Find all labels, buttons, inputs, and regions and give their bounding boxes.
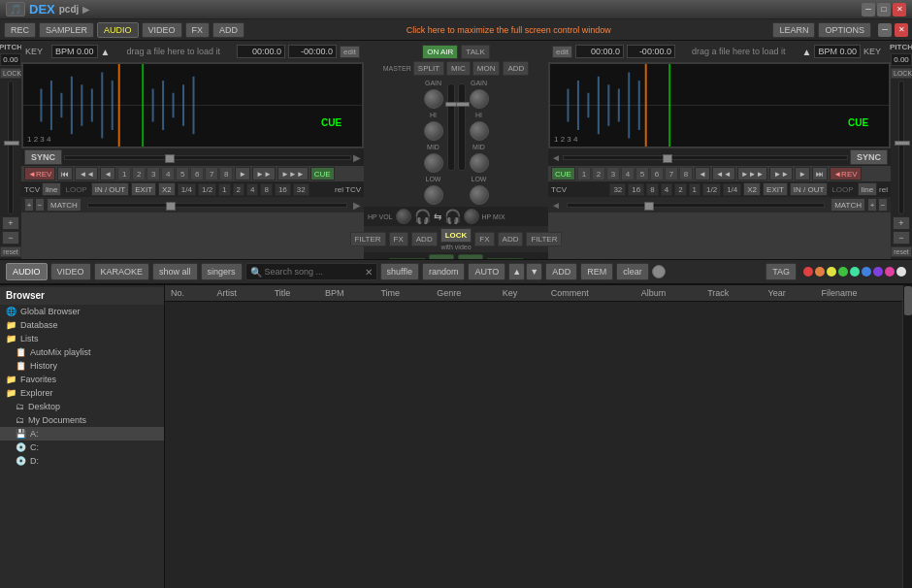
- maximize-button[interactable]: □: [877, 3, 891, 16]
- browser-explorer[interactable]: 📁 Explorer: [0, 386, 164, 400]
- video-button[interactable]: VIDEO: [142, 22, 182, 38]
- left-reset-button[interactable]: reset: [0, 246, 21, 257]
- audio-tab[interactable]: AUDIO: [6, 263, 48, 280]
- left-vol-handle[interactable]: [166, 202, 176, 211]
- left-loop-8[interactable]: 8: [260, 183, 272, 196]
- tag-dot-green[interactable]: [838, 267, 848, 277]
- low-knob-left[interactable]: [424, 185, 443, 205]
- right-match-minus[interactable]: −: [878, 198, 888, 212]
- right-loop-14[interactable]: 1/4: [723, 183, 741, 196]
- right-loop-32[interactable]: 32: [609, 183, 626, 196]
- left-arrow-right[interactable]: ▶: [353, 200, 361, 211]
- col-artist[interactable]: Artist: [211, 285, 268, 302]
- right-match-plus[interactable]: +: [867, 198, 877, 212]
- right-cue-transport[interactable]: CUE: [551, 167, 575, 180]
- right-sync-fader[interactable]: [563, 155, 848, 160]
- left-sync-handle[interactable]: [165, 154, 175, 163]
- left-in-out-button[interactable]: IN / OUT: [91, 182, 130, 196]
- scrollbar-thumb[interactable]: [904, 286, 912, 315]
- left-loop-14[interactable]: 1/4: [178, 183, 196, 196]
- col-title[interactable]: Title: [269, 285, 319, 302]
- right-fx-button[interactable]: FX: [474, 232, 494, 246]
- mon-button[interactable]: MON: [472, 61, 501, 76]
- left-x2-button[interactable]: X2: [158, 182, 176, 196]
- clear-button[interactable]: clear: [616, 263, 649, 280]
- right-loop-2[interactable]: 2: [674, 183, 686, 196]
- rec-button[interactable]: REC: [4, 22, 36, 38]
- left-loop-32[interactable]: 32: [293, 183, 309, 196]
- hp-vol-knob[interactable]: [396, 209, 411, 224]
- tag-dot-purple[interactable]: [873, 267, 883, 277]
- left-pitch-slider[interactable]: [8, 81, 14, 214]
- right-ch-handle[interactable]: [456, 102, 470, 107]
- tag-dot-red[interactable]: [803, 267, 813, 277]
- auto-button[interactable]: AUTO: [468, 263, 505, 280]
- right-ffd-button[interactable]: ►►: [769, 167, 793, 180]
- left-sync-button[interactable]: SYNC: [24, 149, 62, 165]
- audio-button[interactable]: AUDIO: [97, 22, 139, 38]
- tag-dot-orange[interactable]: [815, 267, 825, 277]
- browser-drive-a[interactable]: 💾 A:: [0, 427, 164, 441]
- left-match-button[interactable]: MATCH: [47, 198, 81, 212]
- left-hcue-1[interactable]: 1: [117, 167, 131, 180]
- left-hcue-7[interactable]: 7: [205, 167, 218, 180]
- monitor-btn[interactable]: ⇆: [434, 212, 441, 222]
- browser-scrollbar[interactable]: [902, 285, 912, 588]
- video-tab[interactable]: VIDEO: [50, 263, 91, 280]
- left-hcue-4[interactable]: 4: [161, 167, 175, 180]
- right-hcue-5[interactable]: 5: [635, 167, 649, 180]
- low-knob-right[interactable]: [470, 185, 489, 205]
- right-in-out-button[interactable]: IN / OUT: [790, 182, 829, 196]
- show-all-button[interactable]: show all: [152, 263, 198, 280]
- left-sync-arrow-right[interactable]: ▶: [353, 152, 361, 163]
- right-next-button[interactable]: ⏭: [812, 167, 828, 180]
- left-match-plus[interactable]: +: [24, 198, 34, 212]
- right-hcue-4[interactable]: 4: [621, 167, 635, 180]
- browser-mydocs[interactable]: 🗂 My Documents: [0, 413, 164, 427]
- onair-button[interactable]: ON AIR: [422, 45, 458, 59]
- left-rev-button[interactable]: ◄REV: [24, 167, 55, 180]
- right-hcue-3[interactable]: 3: [606, 167, 620, 180]
- left-ffd-fast[interactable]: ►►►: [277, 167, 309, 180]
- left-exit-button[interactable]: EXIT: [131, 182, 156, 196]
- tag-dot-pink[interactable]: [885, 267, 895, 277]
- left-loop-1[interactable]: 1: [218, 183, 230, 196]
- close-button[interactable]: ✕: [893, 3, 906, 16]
- split-button[interactable]: SPLIT: [413, 61, 444, 76]
- left-vol-fader[interactable]: [87, 203, 347, 208]
- left-loop-12[interactable]: 1/2: [198, 183, 216, 196]
- left-match-minus[interactable]: −: [35, 198, 45, 212]
- tag-dot-blue[interactable]: [862, 267, 871, 277]
- left-back-button[interactable]: ◄◄: [75, 167, 98, 180]
- browser-desktop[interactable]: 🗂 Desktop: [0, 400, 164, 413]
- right-lock-button[interactable]: LOCK: [891, 68, 912, 79]
- arrow-up-button[interactable]: ▲: [508, 263, 525, 280]
- gain-knob-left[interactable]: [424, 89, 443, 109]
- gain-knob-right[interactable]: [470, 89, 489, 109]
- random-button[interactable]: random: [422, 263, 466, 280]
- tag-dot-yellow[interactable]: [827, 267, 836, 277]
- browser-drive-d[interactable]: 💿 D:: [0, 454, 164, 468]
- right-hcue-2[interactable]: 2: [592, 167, 605, 180]
- talk-button[interactable]: TALK: [461, 45, 489, 59]
- left-hcue-6[interactable]: 6: [190, 167, 204, 180]
- left-fx-button[interactable]: FX: [389, 232, 408, 246]
- right-x2-button[interactable]: X2: [743, 182, 761, 196]
- browser-automix[interactable]: 📋 AutoMix playlist: [0, 345, 164, 359]
- right-loop-16[interactable]: 16: [628, 183, 644, 196]
- left-ffd-button[interactable]: ►►: [252, 167, 276, 180]
- right-eject-icon[interactable]: ▲: [802, 47, 812, 57]
- right-sync-handle[interactable]: [663, 154, 672, 163]
- right-pitch-handle[interactable]: [895, 141, 910, 146]
- left-edit-button[interactable]: edit: [340, 46, 360, 58]
- right-add-fx-button[interactable]: ADD: [498, 232, 524, 246]
- left-prev-button[interactable]: ⏮: [57, 167, 73, 180]
- add-button[interactable]: ADD: [212, 22, 244, 38]
- right-hcue-8[interactable]: 8: [679, 167, 693, 180]
- right-loop-1[interactable]: 1: [689, 183, 700, 196]
- right-loop-12[interactable]: 1/2: [702, 183, 721, 196]
- left-eject-icon[interactable]: ▲: [101, 47, 111, 57]
- shuffle-button[interactable]: shuffle: [380, 263, 419, 280]
- search-clear-button[interactable]: ✕: [365, 267, 373, 278]
- left-loop-4[interactable]: 4: [246, 183, 258, 196]
